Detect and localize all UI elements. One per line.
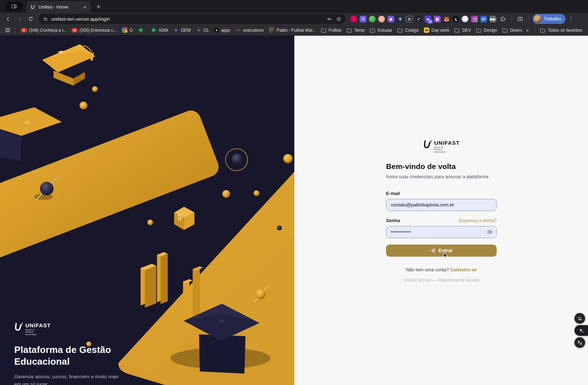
email-input[interactable] [386, 199, 497, 211]
bookmark-item[interactable]: ADM [148, 26, 170, 34]
bookmark-item-folder[interactable]: Código [395, 26, 421, 34]
reading-list-icon[interactable] [515, 14, 525, 24]
fast-forward-extension-icon[interactable]: ▶▶ [490, 16, 496, 22]
bookmark-item-folder[interactable]: Temp [344, 26, 367, 34]
tv-check-extension-icon[interactable]: ✓ [415, 16, 422, 22]
clipboard-extension-icon[interactable]: 🗑 [406, 16, 413, 22]
bookmarks-bar: (346) Conheça a I... (305) Entrevista c.… [0, 25, 588, 36]
site-settings-icon[interactable] [43, 16, 48, 22]
url-text[interactable]: unifast-ten.vercel.app/login [51, 16, 323, 22]
tab-search-button[interactable] [5, 2, 23, 11]
hero-subtitle: Gerencie alunos, cursos, financeiro e mu… [14, 373, 123, 385]
gemini-star-icon: ✦ [173, 27, 179, 33]
camera-extension-icon[interactable]: ◉ [387, 16, 394, 22]
new-tab-button[interactable]: + [93, 2, 103, 12]
unifast-logo-icon [423, 140, 432, 149]
tab-strip: Unifast - Home × + [0, 0, 588, 13]
password-key-icon[interactable] [326, 16, 333, 22]
face-extension-icon[interactable] [378, 16, 385, 22]
leaf-extension-icon[interactable] [369, 16, 376, 22]
gmail-colorful-icon [122, 27, 127, 33]
address-bar[interactable]: unifast-ten.vercel.app/login [39, 14, 345, 24]
profile-name: Trabalho [544, 16, 561, 21]
bookmark-item-folder[interactable]: Estudar [368, 26, 394, 34]
brand-tagline: School of business acceleration [25, 329, 51, 335]
monday-yellow-icon: m [424, 27, 429, 33]
bookmarks-divider [15, 27, 15, 34]
hero-illustration-panel: UNIFAST School of business acceleration … [0, 36, 294, 385]
tab-favicon-unifast [31, 5, 36, 10]
globe-extension-icon[interactable] [462, 16, 468, 22]
ai-assistant-button[interactable] [574, 325, 588, 336]
brand-name: UNIFAST [434, 140, 460, 145]
v-extension-icon[interactable]: V [360, 16, 366, 22]
bookmark-item[interactable]: (346) Conheça a I... [19, 26, 69, 34]
tab-close-icon[interactable]: × [82, 4, 88, 10]
dark-circle-icon: ● [214, 28, 219, 33]
bookmark-item[interactable]: Pablo - Fullbai Mar... [267, 26, 318, 34]
bookmark-item[interactable]: ✳CL [193, 26, 211, 34]
apps-grid-icon[interactable] [4, 26, 11, 34]
login-form: UNIFAST School of business acceleration … [386, 140, 497, 283]
password-label: Senha [386, 218, 400, 223]
quote-lines-icon [577, 315, 583, 322]
wave-extension-icon[interactable]: ◠ [471, 16, 478, 22]
pink-nodes-icon: ⚯ [235, 27, 241, 33]
bookmark-item-folder[interactable]: Design [474, 26, 499, 34]
browser-toolbar: unifast-ten.vercel.app/login V ◉ S 🗑 ✓ ▰… [0, 13, 588, 25]
stack-extension-icon[interactable]: ▰11 [425, 16, 431, 22]
bookmarks-overflow-chevron[interactable]: » [523, 27, 532, 33]
bookmark-item-all-favorites[interactable]: Todos os favoritos [538, 26, 584, 34]
password-input[interactable] [386, 226, 497, 238]
signup-link[interactable]: Cadastre-se [450, 267, 477, 272]
toolbar-divider [529, 16, 529, 22]
bookmark-item[interactable] [136, 26, 148, 34]
back-button[interactable] [3, 14, 13, 24]
tag-extension-icon[interactable]: 🏷 [480, 16, 487, 22]
bookmark-item-folder[interactable]: DEV [452, 26, 473, 34]
browser-chrome: Unifast - Home × + unifast-ten.vercel.ap… [0, 0, 588, 36]
s-extension-icon[interactable]: S [397, 16, 404, 22]
bookmarks-divider [534, 27, 535, 34]
bookmark-item-folder[interactable]: Fullbai [319, 26, 343, 34]
active-tab[interactable]: Unifast - Home × [26, 1, 91, 13]
berry-extension-icon[interactable] [350, 16, 357, 22]
youtube-icon [72, 28, 77, 32]
translate-button[interactable] [574, 337, 585, 348]
bookmark-star-icon[interactable] [336, 16, 342, 22]
purple-app-extension-icon[interactable]: ▥ [434, 16, 441, 22]
curve-extension-icon[interactable]: ϛ [452, 16, 459, 22]
bookmark-item[interactable]: (305) Entrevista c... [70, 26, 119, 34]
footer-text: Unifast School — Plataforma de Gestão [386, 278, 497, 283]
unifast-logo-icon [14, 323, 24, 332]
welcome-subheading: Insira suas credenciais para acessar a p… [386, 174, 497, 179]
photo-favicon [269, 27, 274, 33]
fox-extension-icon[interactable]: 🦊 [443, 16, 450, 22]
claude-burst-icon: ✳ [196, 27, 201, 33]
sparkles-icon [578, 327, 584, 334]
tab-title: Unifast - Home [39, 5, 79, 10]
login-submit-button[interactable]: Entrar [386, 245, 497, 257]
profile-avatar [534, 15, 542, 23]
bookmark-item[interactable]: G [120, 26, 135, 34]
reload-button[interactable] [26, 14, 36, 24]
page-content: UNIFAST School of business acceleration … [0, 36, 588, 385]
toggle-password-visibility-button[interactable] [487, 229, 493, 235]
login-arrow-icon [430, 248, 436, 253]
bookmark-item[interactable]: ●apps [212, 27, 233, 34]
unifast-logo: UNIFAST School of business acceleration [386, 140, 497, 153]
profile-chip[interactable]: Trabalho [533, 14, 566, 24]
forgot-password-link[interactable]: Esqueceu a senha? [459, 218, 497, 223]
bookmark-item-folder[interactable]: Diversos [500, 26, 522, 34]
brand-name: UNIFAST [25, 323, 51, 328]
youtube-icon [21, 28, 27, 32]
forward-button[interactable] [14, 14, 24, 24]
brand-tagline: School of business acceleration [434, 146, 460, 153]
browser-menu-icon[interactable]: ⋮ [567, 16, 575, 22]
leaf-icon [138, 27, 143, 33]
bookmark-item[interactable]: ⚯executions [233, 26, 266, 34]
summarize-button[interactable] [574, 313, 585, 324]
bookmark-item[interactable]: ✦GEM [171, 26, 193, 34]
extensions-puzzle-icon[interactable] [498, 14, 508, 24]
bookmark-item[interactable]: mDay work [421, 26, 451, 34]
